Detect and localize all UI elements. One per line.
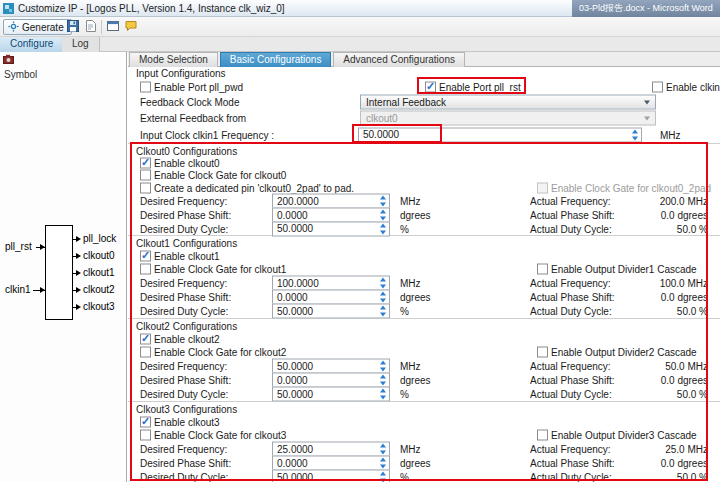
spin-up-icon[interactable] bbox=[380, 278, 386, 282]
cascade-divider1-checkbox[interactable]: ✓ bbox=[537, 264, 548, 275]
console-button[interactable] bbox=[104, 19, 121, 35]
actual-duty-value: 50.0 % bbox=[596, 223, 708, 234]
spinner[interactable] bbox=[380, 458, 387, 469]
desired-frequency-input[interactable]: 25.0000 bbox=[272, 442, 390, 457]
spin-up-icon[interactable] bbox=[380, 223, 386, 227]
gate-clkout0-checkbox[interactable]: ✓ bbox=[140, 170, 151, 181]
spinner[interactable] bbox=[380, 196, 387, 207]
config-content: Input Configurations ✓ Enable Port pll_p… bbox=[128, 67, 720, 482]
desired-duty-input[interactable]: 50.0000 bbox=[272, 387, 390, 402]
spinner[interactable] bbox=[380, 306, 387, 317]
messages-button[interactable] bbox=[122, 19, 139, 35]
spinner[interactable] bbox=[380, 223, 387, 234]
cascade-divider3-checkbox[interactable]: ✓ bbox=[537, 430, 548, 441]
toolbar-separator bbox=[101, 20, 102, 34]
spin-up-icon[interactable] bbox=[380, 375, 386, 379]
spinner[interactable] bbox=[380, 278, 387, 289]
enable-clkin-dynamic-checkbox[interactable]: ✓ bbox=[652, 81, 663, 92]
spinner[interactable] bbox=[380, 292, 387, 303]
input-config-title: Input Configurations bbox=[136, 68, 226, 79]
clkout3-section: Clkout3 Configurations ✓ Enable clkout3 … bbox=[128, 401, 720, 482]
spinner[interactable] bbox=[380, 389, 387, 400]
spinner[interactable] bbox=[380, 210, 387, 221]
clkin1-frequency-row: Input Clock clkin1 Frequency : 50.0000 M… bbox=[128, 126, 720, 143]
spin-up-icon[interactable] bbox=[380, 210, 386, 214]
check-icon: ✓ bbox=[141, 332, 150, 345]
actual-phase-value: 0.0 dgrees bbox=[596, 375, 708, 386]
desired-phase-input[interactable]: 0.0000 bbox=[272, 456, 390, 471]
gate-clkout3-checkbox[interactable]: ✓ bbox=[140, 430, 151, 441]
tab-configure[interactable]: Configure bbox=[0, 37, 64, 52]
feedback-mode-select[interactable]: Internal Feedback bbox=[360, 95, 656, 110]
desired-frequency-value: 25.0000 bbox=[277, 444, 313, 455]
gate-clkout2-checkbox[interactable]: ✓ bbox=[140, 347, 151, 358]
spin-down-icon[interactable] bbox=[380, 368, 386, 372]
snapshot-icon[interactable] bbox=[3, 54, 14, 67]
arrow-right-icon bbox=[76, 253, 81, 259]
spin-down-icon[interactable] bbox=[380, 382, 386, 386]
spin-up-icon[interactable] bbox=[380, 444, 386, 448]
spin-down-icon[interactable] bbox=[380, 299, 386, 303]
background-window-titlebar[interactable]: 03-Pld报告.docx - Microsoft Word bbox=[572, 0, 720, 17]
spin-down-icon[interactable] bbox=[380, 230, 386, 234]
desired-frequency-input[interactable]: 100.0000 bbox=[272, 276, 390, 291]
spin-down-icon[interactable] bbox=[380, 217, 386, 221]
dedicated-pad-checkbox[interactable]: ✓ bbox=[140, 182, 151, 193]
spin-down-icon[interactable] bbox=[632, 136, 638, 140]
desired-duty-input[interactable]: 50.0000 bbox=[272, 304, 390, 319]
spin-down-icon[interactable] bbox=[380, 313, 386, 317]
desired-frequency-label: Desired Frequency: bbox=[140, 444, 227, 455]
tab-advanced-configurations[interactable]: Advanced Configurations bbox=[333, 52, 465, 67]
spin-up-icon[interactable] bbox=[380, 472, 386, 476]
clkin1-frequency-input[interactable]: 50.0000 bbox=[358, 127, 642, 142]
actual-phase-value: 0.0 dgrees bbox=[596, 458, 708, 469]
enable-clkout1-checkbox[interactable]: ✓ bbox=[140, 251, 151, 262]
desired-duty-input[interactable]: 50.0000 bbox=[272, 221, 390, 236]
spin-down-icon[interactable] bbox=[380, 396, 386, 400]
spin-down-icon[interactable] bbox=[380, 465, 386, 469]
tab-basic-configurations[interactable]: Basic Configurations bbox=[220, 52, 332, 67]
spin-up-icon[interactable] bbox=[380, 196, 386, 200]
spinner[interactable] bbox=[380, 361, 387, 372]
gate-clkout1-checkbox[interactable]: ✓ bbox=[140, 264, 151, 275]
save-button[interactable] bbox=[64, 19, 81, 35]
desired-frequency-input[interactable]: 50.0000 bbox=[272, 359, 390, 374]
desired-frequency-input[interactable]: 200.0000 bbox=[272, 194, 390, 209]
spinner[interactable] bbox=[380, 444, 387, 455]
enable-pll-pwd-checkbox[interactable]: ✓ bbox=[140, 81, 151, 92]
desired-duty-input[interactable]: 50.0000 bbox=[272, 470, 390, 482]
console-window-icon bbox=[107, 20, 119, 34]
spin-down-icon[interactable] bbox=[380, 203, 386, 207]
spin-down-icon[interactable] bbox=[380, 285, 386, 289]
enable-clkout0-checkbox[interactable]: ✓ bbox=[140, 158, 151, 169]
clkin1-frequency-label: Input Clock clkin1 Frequency : bbox=[140, 129, 274, 140]
enable-clkout2-checkbox[interactable]: ✓ bbox=[140, 334, 151, 345]
cascade-divider2-label: Enable Output Divider2 Cascade bbox=[551, 347, 697, 358]
spin-up-icon[interactable] bbox=[380, 458, 386, 462]
enable-pll-rst-checkbox[interactable]: ✓ bbox=[425, 81, 436, 92]
cascade-divider2-checkbox[interactable]: ✓ bbox=[537, 347, 548, 358]
export-button[interactable] bbox=[82, 19, 99, 35]
gate-clkout2-label: Enable Clock Gate for clkout2 bbox=[154, 347, 286, 358]
enable-clkout3-checkbox[interactable]: ✓ bbox=[140, 417, 151, 428]
dedicated-pad-label: Create a dedicated pin 'clkout0_2pad' to… bbox=[154, 182, 354, 193]
spin-up-icon[interactable] bbox=[380, 361, 386, 365]
spin-up-icon[interactable] bbox=[380, 292, 386, 296]
spin-up-icon[interactable] bbox=[632, 129, 638, 133]
spin-down-icon[interactable] bbox=[380, 451, 386, 455]
generate-button[interactable]: Generate bbox=[3, 19, 72, 35]
desired-duty-label: Desired Duty Cycle: bbox=[140, 472, 228, 482]
clkout3-title: Clkout3 Configurations bbox=[136, 404, 237, 415]
spin-down-icon[interactable] bbox=[380, 479, 386, 482]
spin-up-icon[interactable] bbox=[380, 306, 386, 310]
tab-mode-selection[interactable]: Mode Selection bbox=[129, 52, 218, 67]
desired-phase-input[interactable]: 0.0000 bbox=[272, 373, 390, 388]
spinner[interactable] bbox=[380, 375, 387, 386]
arrow-right-icon bbox=[76, 270, 81, 276]
tab-log[interactable]: Log bbox=[62, 37, 100, 52]
desired-phase-label: Desired Phase Shift: bbox=[140, 375, 231, 386]
spinner[interactable] bbox=[632, 129, 639, 140]
desired-phase-input[interactable]: 0.0000 bbox=[272, 290, 390, 305]
spin-up-icon[interactable] bbox=[380, 389, 386, 393]
spinner[interactable] bbox=[380, 472, 387, 482]
